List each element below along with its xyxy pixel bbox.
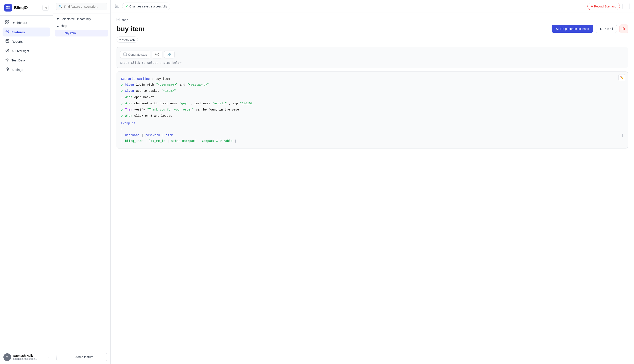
test-data-icon <box>5 58 10 62</box>
trash-icon: 🗑 <box>622 27 625 31</box>
step-text-3: open basket <box>134 95 154 100</box>
logo-icon <box>4 4 12 12</box>
scenario-icon <box>115 4 120 9</box>
step-text-6: click on B and logout <box>134 113 172 119</box>
step-generator-buttons: Generate step 💬 🔗 <box>120 50 624 58</box>
svg-rect-0 <box>7 6 8 8</box>
sidebar-footer: S Sapnesh Naik sapnesh.naik@blin... → <box>0 350 53 364</box>
col-let-me-in: let_me_in <box>149 138 165 144</box>
success-dot-icon: ✓ <box>125 4 128 8</box>
generate-step-icon <box>123 52 127 56</box>
more-options-icon: ··· <box>624 4 627 8</box>
examples-section: Examples: <box>121 121 623 132</box>
user-name: Sapnesh Naik <box>13 354 44 358</box>
user-avatar: S <box>4 353 11 361</box>
step-string-2a: "<item>" <box>162 88 176 94</box>
search-icon: 🔍 <box>59 5 62 8</box>
sidebar-item-features-label: Features <box>12 30 25 34</box>
table-data-row: | blinq_user | let_me_in | Urban Backpac… <box>121 138 623 144</box>
tags-row: + + Add tags <box>117 36 628 43</box>
logout-button[interactable]: → <box>46 355 49 359</box>
sidebar-collapse-button[interactable]: ◁ <box>43 5 49 11</box>
record-scenario-label: Record Scenario <box>594 5 616 8</box>
step-line-5: ✓ Then verify "Thank you for your order"… <box>121 107 623 113</box>
step-generator: Generate step 💬 🔗 Step: Click to select … <box>117 47 628 68</box>
check-icon-6: ✓ <box>121 114 123 119</box>
delete-scenario-button[interactable]: 🗑 <box>619 24 628 33</box>
tree-item-shop[interactable]: ▲ shop <box>53 22 110 29</box>
svg-rect-4 <box>6 20 7 22</box>
features-icon <box>5 30 10 34</box>
step-instruction: Click to select a step below <box>131 61 182 64</box>
check-icon-4: ✓ <box>121 101 123 107</box>
tree-item-buy-item[interactable]: buy item <box>55 30 108 36</box>
sidebar-item-features[interactable]: Features <box>3 28 50 36</box>
reports-icon <box>5 39 10 44</box>
col-username: username <box>125 132 139 138</box>
success-badge: ✓ Changes saved successfully <box>122 2 170 10</box>
sidebar-item-dashboard[interactable]: Dashboard <box>3 18 50 27</box>
examples-label: Examples <box>121 121 623 126</box>
salesforce-chevron-icon: ▼ <box>56 17 59 21</box>
add-feature-button[interactable]: + + Add a feature <box>56 353 107 361</box>
tree-item-salesforce[interactable]: ▼ Salesforce Opportunity ... <box>53 16 110 22</box>
dashboard-icon <box>5 20 10 25</box>
col-password: password <box>145 132 160 138</box>
step-line-1: ✓ Given login with "<username>" and "<pa… <box>121 82 623 88</box>
check-icon-2: ✓ <box>121 89 123 94</box>
breadcrumb-icon <box>117 18 120 22</box>
run-all-button[interactable]: ▶ Run all <box>596 25 617 33</box>
search-wrap: 🔍 <box>56 3 107 10</box>
edit-scenario-button[interactable]: ✏️ <box>618 74 625 81</box>
when-keyword-6: When <box>125 113 132 119</box>
chat-button[interactable]: 💬 <box>152 50 163 58</box>
step-prefix: Step: <box>120 61 129 64</box>
sidebar-item-reports[interactable]: Reports <box>3 37 50 46</box>
col-item-value: Urban Backpack - Compact & Durable <box>171 138 232 144</box>
check-icon-1: ✓ <box>121 82 123 88</box>
step-string-4b: "arieli" <box>212 101 227 106</box>
salesforce-label: Salesforce Opportunity ... <box>61 17 94 21</box>
pencil-icon: ✏️ <box>620 76 624 79</box>
step-extra-5: can be found in the page <box>196 107 239 112</box>
sidebar-logo: BlinqIO ◁ <box>0 0 53 16</box>
more-options-button[interactable]: ··· <box>622 3 630 10</box>
when-keyword-4: When <box>125 101 132 106</box>
generate-step-button[interactable]: Generate step <box>120 50 150 58</box>
check-icon-5: ✓ <box>121 108 123 113</box>
step-string-1b: "<password>" <box>187 82 209 88</box>
svg-rect-7 <box>8 22 9 24</box>
scenario-title: buy item <box>117 25 549 33</box>
regenerate-scenario-button[interactable]: AI Re-generate scenario <box>552 25 593 33</box>
feature-tree: ▼ Salesforce Opportunity ... ▲ shop buy … <box>53 14 110 350</box>
svg-rect-3 <box>8 8 10 10</box>
user-info: Sapnesh Naik sapnesh.naik@blin... <box>13 354 44 360</box>
sidebar-item-settings[interactable]: Settings <box>3 65 50 74</box>
step-string-1a: "<username>" <box>156 82 178 88</box>
changes-saved-text: Changes saved successfully <box>129 5 167 8</box>
sidebar-item-dashboard-label: Dashboard <box>12 21 27 24</box>
scenario-outline-colon: : buy item <box>152 76 170 82</box>
given-keyword-2: Given <box>125 88 134 94</box>
svg-rect-1 <box>8 6 10 8</box>
step-extra-4b: , zip <box>229 101 238 106</box>
main-content: ✓ Changes saved successfully Record Scen… <box>111 0 634 364</box>
search-input[interactable] <box>64 5 105 8</box>
svg-rect-2 <box>7 8 8 10</box>
content-area: shop buy item AI Re-generate scenario ▶ … <box>111 13 634 364</box>
link-icon: 🔗 <box>167 53 171 56</box>
svg-rect-6 <box>6 22 7 24</box>
sidebar-item-test-data[interactable]: Test Data <box>3 56 50 65</box>
app-name: BlinqIO <box>14 6 28 10</box>
step-text-1: login with <box>136 82 154 88</box>
sidebar-item-ai-oversight[interactable]: AI Oversight <box>3 46 50 55</box>
add-feature-plus-icon: + <box>70 355 72 359</box>
shop-chevron-icon: ▲ <box>56 24 59 28</box>
col-blinq-user: blinq_user <box>125 138 143 144</box>
step-line-6: ✓ When click on B and logout <box>121 113 623 119</box>
run-icon: ▶ <box>600 27 602 30</box>
link-button[interactable]: 🔗 <box>164 50 175 58</box>
add-tags-button[interactable]: + + Add tags <box>117 36 138 43</box>
record-scenario-button[interactable]: Record Scenario <box>587 3 620 10</box>
step-extra-4a: , last name <box>191 101 210 106</box>
